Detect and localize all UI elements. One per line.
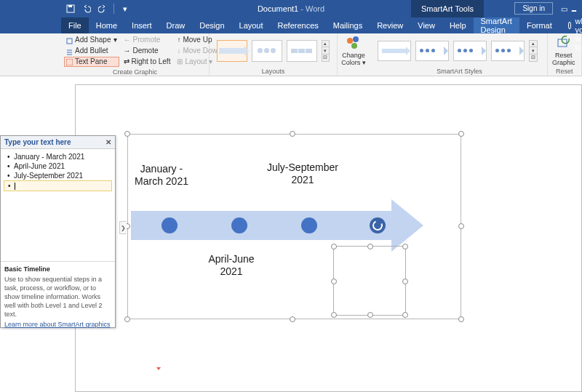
timeline-dot-3[interactable] <box>301 217 317 233</box>
resize-handle[interactable] <box>290 131 295 137</box>
tab-references[interactable]: References <box>271 17 326 33</box>
svg-rect-2 <box>67 39 72 44</box>
style-thumb-1[interactable] <box>378 41 411 61</box>
add-bullet-button[interactable]: Add Bullet <box>64 46 119 56</box>
app-name: Word <box>306 4 324 13</box>
change-colors-button[interactable]: ChangeColors ▾ <box>338 33 370 68</box>
resize-handle[interactable] <box>331 244 337 249</box>
text-pane-description: Basic Timeline Use to show sequential st… <box>1 262 115 332</box>
arrow-head <box>391 199 423 252</box>
resize-handle[interactable] <box>402 312 408 318</box>
change-colors-icon <box>346 35 362 51</box>
text-pane-item[interactable]: April-June 2021 <box>4 161 112 171</box>
style-thumb-2[interactable] <box>415 41 449 61</box>
new-text-placeholder[interactable] <box>333 246 406 316</box>
ribbon-options-icon[interactable]: ▭ <box>559 0 569 17</box>
tab-mailings[interactable]: Mailings <box>326 17 370 33</box>
resize-handle[interactable] <box>124 131 130 137</box>
title-bar: ▾ Document1 - Word SmartArt Tools Sign i… <box>0 0 582 17</box>
right-to-left-button[interactable]: ⇄ Right to Left <box>121 57 173 67</box>
timeline-dot-1[interactable] <box>162 217 178 233</box>
timeline-dot-2[interactable] <box>231 217 247 233</box>
insertion-caret-icon <box>156 367 161 371</box>
ribbon-tabs: File Home Insert Draw Design Layout Refe… <box>0 17 582 33</box>
text-pane-toggle[interactable]: ❯ <box>119 221 127 234</box>
ribbon: Add Shape ▾ Add Bullet Text Pane ← Promo… <box>0 33 582 76</box>
group-create-graphic-label: Create Graphic <box>61 68 209 76</box>
add-shape-button[interactable]: Add Shape ▾ <box>64 35 119 45</box>
timeline-label-2[interactable]: April-June 2021 <box>202 253 260 278</box>
text-pane-item[interactable]: January - March 2021 <box>4 152 112 161</box>
minimize-icon[interactable]: 🗕 <box>569 0 579 17</box>
text-pane-list[interactable]: January - March 2021 April-June 2021 Jul… <box>1 149 115 262</box>
tab-home[interactable]: Home <box>89 17 124 33</box>
tab-design[interactable]: Design <box>192 17 231 33</box>
qat-customize-icon[interactable]: ▾ <box>119 2 132 15</box>
style-thumb-3[interactable] <box>453 41 487 61</box>
tab-layout[interactable]: Layout <box>232 17 271 33</box>
undo-icon[interactable] <box>80 2 93 15</box>
svg-rect-1 <box>68 5 72 7</box>
lightbulb-icon <box>568 22 571 29</box>
reset-graphic-button[interactable]: ResetGraphic <box>548 33 580 68</box>
timeline-label-1[interactable]: January - March 2021 <box>131 163 192 188</box>
resize-handle[interactable] <box>367 244 373 249</box>
tab-smartart-design[interactable]: SmartArt Design <box>474 17 519 33</box>
layout-thumb-1[interactable] <box>217 40 247 62</box>
text-pane-button[interactable]: Text Pane <box>64 57 119 67</box>
sign-in-button[interactable]: Sign in <box>514 2 553 15</box>
text-pane-title: Type your text here <box>4 138 71 146</box>
text-pane[interactable]: Type your text here ✕ January - March 20… <box>0 135 116 328</box>
learn-more-link[interactable]: Learn more about SmartArt graphics <box>4 320 111 329</box>
tab-file[interactable]: File <box>61 17 89 33</box>
styles-gallery-more[interactable]: ▴▾⊟ <box>529 40 538 62</box>
group-styles-label: SmartArt Styles <box>372 68 546 76</box>
layout-thumb-3[interactable] <box>287 40 317 62</box>
resize-handle[interactable] <box>331 279 337 284</box>
tab-help[interactable]: Help <box>442 17 474 33</box>
tab-review[interactable]: Review <box>370 17 410 33</box>
timeline-dot-4-selected[interactable] <box>370 217 386 233</box>
text-pane-item[interactable]: July-September 2021 <box>4 171 112 180</box>
smartart-tools-label: SmartArt Tools <box>411 0 484 17</box>
tab-insert[interactable]: Insert <box>124 17 159 33</box>
timeline-label-3[interactable]: July-September 2021 <box>266 161 339 186</box>
tab-view[interactable]: View <box>410 17 442 33</box>
close-icon[interactable]: ✕ <box>105 138 111 146</box>
reset-icon <box>556 35 572 51</box>
svg-point-8 <box>353 36 359 42</box>
svg-point-7 <box>347 38 353 44</box>
save-icon[interactable] <box>64 2 77 15</box>
resize-handle[interactable] <box>402 279 408 284</box>
resize-handle[interactable] <box>458 131 464 137</box>
timeline-arrow[interactable] <box>131 204 428 247</box>
resize-handle[interactable] <box>367 312 373 318</box>
style-thumb-4[interactable] <box>491 41 525 61</box>
resize-handle[interactable] <box>290 316 295 322</box>
redo-icon[interactable] <box>96 2 109 15</box>
tab-draw[interactable]: Draw <box>159 17 193 33</box>
resize-handle[interactable] <box>458 223 464 229</box>
promote-button[interactable]: ← Promote <box>121 35 173 45</box>
tell-me-search[interactable]: Tell me what you want to do <box>562 17 582 33</box>
text-pane-item-active[interactable] <box>4 180 112 191</box>
layouts-gallery-more[interactable]: ▴▾⊟ <box>322 40 330 62</box>
resize-handle[interactable] <box>458 316 464 322</box>
demote-button[interactable]: → Demote <box>121 46 173 56</box>
group-reset-label: Reset <box>548 68 581 76</box>
tab-format[interactable]: Format <box>519 17 559 33</box>
svg-rect-6 <box>66 59 73 65</box>
resize-handle[interactable] <box>331 312 337 318</box>
layout-thumb-2[interactable] <box>252 40 282 62</box>
svg-point-9 <box>351 43 357 49</box>
document-title: Document1 <box>258 4 298 13</box>
resize-handle[interactable] <box>124 316 130 322</box>
resize-handle[interactable] <box>402 244 408 249</box>
group-layouts-label: Layouts <box>210 68 337 76</box>
